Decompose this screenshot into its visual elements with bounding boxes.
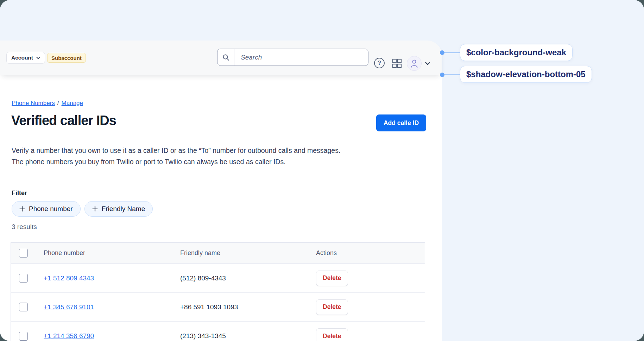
breadcrumb: Phone Numbers/Manage — [12, 100, 83, 107]
annotation-connector-2 — [442, 74, 460, 75]
friendly-name-value: (512) 809-4343 — [180, 274, 226, 282]
results-count: 3 results — [12, 223, 37, 231]
annotation-token-text: $color-background-weak — [466, 48, 566, 57]
user-menu-button[interactable] — [407, 56, 430, 71]
column-header-friendly-name: Friendly name — [180, 249, 316, 257]
apps-grid-button[interactable] — [392, 58, 402, 69]
row-checkbox[interactable] — [19, 274, 28, 283]
account-switcher-button[interactable]: Account — [6, 52, 45, 64]
annotation-connector-1 — [442, 52, 460, 53]
annotation-label-color-background-weak: $color-background-weak — [460, 44, 573, 61]
page-description: Verify a number that you own to use it a… — [12, 145, 340, 167]
row-checkbox[interactable] — [19, 303, 28, 311]
phone-number-link[interactable]: +1 512 809 4343 — [44, 274, 94, 282]
friendly-name-value: +86 591 1093 1093 — [180, 303, 238, 311]
page-title: Verified caller IDs — [11, 113, 116, 128]
column-header-actions: Actions — [316, 249, 425, 257]
table-row: +1 214 358 6790 (213) 343-1345 Delete — [11, 322, 425, 341]
delete-button[interactable]: Delete — [316, 328, 348, 341]
global-search — [217, 49, 368, 66]
caller-ids-table: Phone number Friendly name Actions +1 51… — [11, 242, 425, 341]
row-checkbox[interactable] — [19, 332, 28, 341]
annotation-connector-vertical — [442, 53, 442, 75]
breadcrumb-link-phone-numbers[interactable]: Phone Numbers — [12, 100, 55, 106]
top-navbar: Account Subaccount ? — [0, 41, 442, 75]
annotation-dot-shadow-elevation — [440, 73, 444, 77]
table-header-row: Phone number Friendly name Actions — [11, 243, 425, 264]
filter-pill-friendly-name[interactable]: Friendly Name — [84, 201, 153, 217]
search-input[interactable] — [234, 49, 368, 66]
phone-number-link[interactable]: +1 345 678 9101 — [44, 303, 94, 311]
delete-button[interactable]: Delete — [316, 299, 348, 315]
main-content: Phone Numbers/Manage Verified caller IDs… — [0, 75, 442, 341]
filter-pill-phone-number[interactable]: Phone number — [12, 201, 81, 217]
grid-icon — [392, 58, 402, 68]
screen-canvas: Account Subaccount ? — [0, 0, 644, 341]
help-button[interactable]: ? — [374, 57, 385, 69]
annotation-token-text: $shadow-elevation-bottom-05 — [466, 69, 586, 79]
chevron-down-icon — [36, 57, 40, 59]
user-icon — [410, 59, 418, 68]
filter-pill-row: Phone number Friendly Name — [12, 201, 153, 217]
filter-pill-label: Phone number — [29, 205, 73, 213]
avatar — [407, 56, 422, 71]
subaccount-badge-label: Subaccount — [51, 55, 82, 61]
annotation-dot-background-weak — [440, 50, 444, 55]
delete-button[interactable]: Delete — [316, 271, 348, 286]
table-row: +1 345 678 9101 +86 591 1093 1093 Delete — [11, 293, 425, 322]
account-switcher-label: Account — [11, 55, 33, 61]
column-header-phone-number: Phone number — [44, 249, 180, 257]
add-caller-id-button[interactable]: Add calle ID — [376, 114, 426, 131]
annotation-label-shadow-elevation: $shadow-elevation-bottom-05 — [460, 66, 592, 83]
subaccount-badge[interactable]: Subaccount — [47, 53, 86, 63]
description-line-1: Verify a number that you own to use it a… — [12, 145, 340, 156]
breadcrumb-separator: / — [57, 100, 59, 106]
description-line-2: The phone numbers you buy from Twilio or… — [12, 156, 340, 167]
friendly-name-value: (213) 343-1345 — [180, 332, 226, 340]
breadcrumb-link-manage[interactable]: Manage — [62, 100, 83, 106]
phone-number-link[interactable]: +1 214 358 6790 — [44, 332, 94, 340]
chevron-down-icon — [425, 62, 430, 65]
select-all-checkbox[interactable] — [19, 249, 28, 258]
plus-icon — [92, 206, 98, 212]
search-icon — [217, 49, 234, 66]
help-icon: ? — [374, 58, 385, 68]
filter-pill-label: Friendly Name — [102, 205, 145, 213]
plus-icon — [19, 206, 25, 212]
table-row: +1 512 809 4343 (512) 809-4343 Delete — [11, 264, 425, 293]
filter-label: Filter — [12, 190, 27, 197]
